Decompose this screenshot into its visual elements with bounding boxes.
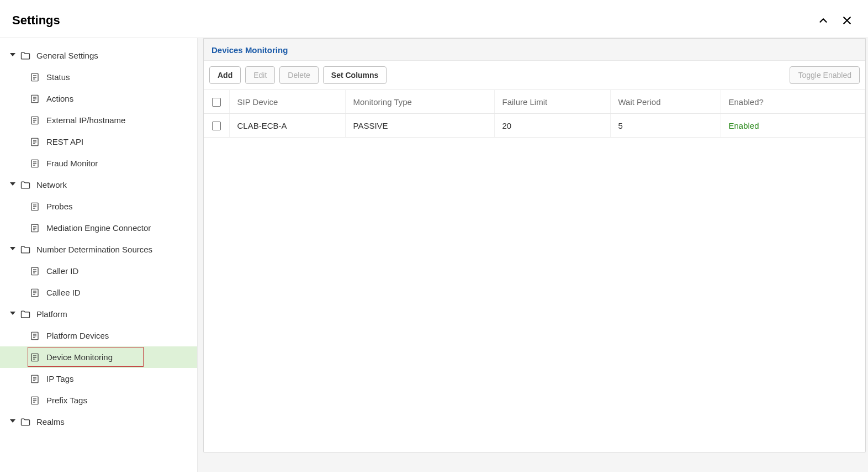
tree-item-probes[interactable]: Probes xyxy=(0,196,197,217)
cell-wait-period: 5 xyxy=(610,114,721,138)
tree-item-device-monitoring[interactable]: Device Monitoring xyxy=(0,346,197,368)
tree-item-actions[interactable]: Actions xyxy=(0,88,197,109)
col-monitoring-type[interactable]: Monitoring Type xyxy=(345,90,494,114)
tree-label: Actions xyxy=(46,94,73,103)
add-button[interactable]: Add xyxy=(209,66,241,84)
tree-label: Device Monitoring xyxy=(46,352,113,362)
caret-down-icon[interactable] xyxy=(10,247,20,252)
col-enabled[interactable]: Enabled? xyxy=(721,90,865,114)
tree-item-rest-api[interactable]: REST API xyxy=(0,131,197,152)
svg-marker-2 xyxy=(10,53,15,56)
col-sip-device[interactable]: SIP Device xyxy=(229,90,345,114)
col-failure-limit[interactable]: Failure Limit xyxy=(494,90,610,114)
edit-button[interactable]: Edit xyxy=(245,66,275,84)
toggle-enabled-button[interactable]: Toggle Enabled xyxy=(790,66,860,84)
tree-item-external-ip[interactable]: External IP/hostname xyxy=(0,109,197,131)
document-icon xyxy=(30,331,46,341)
tree-label: Status xyxy=(46,72,70,82)
panel-title: Devices Monitoring xyxy=(204,39,865,61)
settings-header: Settings xyxy=(0,0,868,38)
checkbox-icon[interactable] xyxy=(212,122,221,130)
svg-marker-23 xyxy=(10,182,15,186)
document-icon xyxy=(30,374,46,384)
toolbar: Add Edit Delete Set Columns Toggle Enabl… xyxy=(204,61,865,90)
table-row[interactable]: CLAB-ECB-A PASSIVE 20 5 Enabled xyxy=(204,114,865,138)
main-panel: Devices Monitoring Add Edit Delete Set C… xyxy=(198,38,868,472)
caret-down-icon[interactable] xyxy=(10,53,20,59)
devices-table: SIP Device Monitoring Type Failure Limit… xyxy=(204,90,865,138)
tree-label: Fraud Monitor xyxy=(46,159,98,168)
row-checkbox-cell[interactable] xyxy=(204,114,229,138)
tree-item-prefix-tags[interactable]: Prefix Tags xyxy=(0,389,197,411)
document-icon xyxy=(30,159,46,168)
cell-monitoring-type: PASSIVE xyxy=(345,114,494,138)
content-area: General Settings Status Actions External… xyxy=(0,38,868,472)
tree-label: Prefix Tags xyxy=(46,396,87,405)
tree-item-status[interactable]: Status xyxy=(0,66,197,88)
header-actions xyxy=(817,14,853,27)
svg-marker-58 xyxy=(10,419,15,423)
caret-down-icon[interactable] xyxy=(10,312,20,317)
folder-icon xyxy=(20,417,36,428)
tree-item-fraud-monitor[interactable]: Fraud Monitor xyxy=(0,152,197,174)
document-icon xyxy=(30,223,46,233)
tree-group-platform[interactable]: Platform xyxy=(0,303,197,325)
document-icon xyxy=(30,115,46,125)
tree-label: Platform Devices xyxy=(46,331,109,340)
folder-icon xyxy=(20,50,36,61)
tree-label: General Settings xyxy=(36,51,98,60)
tree-item-mediation-engine[interactable]: Mediation Engine Connector xyxy=(0,217,197,239)
tree-label: Realms xyxy=(36,417,65,426)
caret-down-icon[interactable] xyxy=(10,419,20,425)
document-icon xyxy=(30,396,46,405)
tree-item-platform-devices[interactable]: Platform Devices xyxy=(0,325,197,346)
tree-label: IP Tags xyxy=(46,374,73,383)
document-icon xyxy=(30,137,46,147)
checkbox-icon[interactable] xyxy=(212,98,221,107)
document-icon xyxy=(30,202,46,212)
tree-item-callee-id[interactable]: Callee ID xyxy=(0,282,197,303)
tree-label: Number Determination Sources xyxy=(36,245,152,254)
tree-item-ip-tags[interactable]: IP Tags xyxy=(0,368,197,389)
document-icon xyxy=(30,266,46,276)
document-icon xyxy=(30,352,46,362)
delete-button[interactable]: Delete xyxy=(279,66,318,84)
tree-label: Platform xyxy=(36,309,67,319)
tree-label: Callee ID xyxy=(46,288,81,297)
folder-icon xyxy=(20,180,36,191)
svg-marker-32 xyxy=(10,247,15,250)
tree-label: External IP/hostname xyxy=(46,115,125,125)
set-columns-button[interactable]: Set Columns xyxy=(323,66,387,84)
folder-icon xyxy=(20,309,36,320)
page-title: Settings xyxy=(12,13,817,28)
cell-failure-limit: 20 xyxy=(494,114,610,138)
tree-group-realms[interactable]: Realms xyxy=(0,411,197,433)
document-icon xyxy=(30,72,46,82)
collapse-icon[interactable] xyxy=(817,14,829,27)
devices-monitoring-panel: Devices Monitoring Add Edit Delete Set C… xyxy=(203,38,866,453)
col-wait-period[interactable]: Wait Period xyxy=(610,90,721,114)
select-all-header[interactable] xyxy=(204,90,229,114)
tree-label: Caller ID xyxy=(46,266,78,276)
tree-label: REST API xyxy=(46,137,83,146)
tree-label: Network xyxy=(36,180,67,189)
close-icon[interactable] xyxy=(841,15,853,26)
document-icon xyxy=(30,288,46,298)
tree-group-network[interactable]: Network xyxy=(0,174,197,196)
settings-sidebar: General Settings Status Actions External… xyxy=(0,38,198,472)
document-icon xyxy=(30,94,46,104)
tree-group-number-determination[interactable]: Number Determination Sources xyxy=(0,239,197,260)
tree-label: Mediation Engine Connector xyxy=(46,223,151,233)
tree-group-general-settings[interactable]: General Settings xyxy=(0,45,197,66)
svg-marker-41 xyxy=(10,312,15,315)
cell-sip-device: CLAB-ECB-A xyxy=(229,114,345,138)
caret-down-icon[interactable] xyxy=(10,182,20,188)
tree-item-caller-id[interactable]: Caller ID xyxy=(0,260,197,282)
folder-icon xyxy=(20,244,36,255)
table-header-row: SIP Device Monitoring Type Failure Limit… xyxy=(204,90,865,114)
tree-label: Probes xyxy=(46,202,73,211)
cell-enabled: Enabled xyxy=(721,114,865,138)
